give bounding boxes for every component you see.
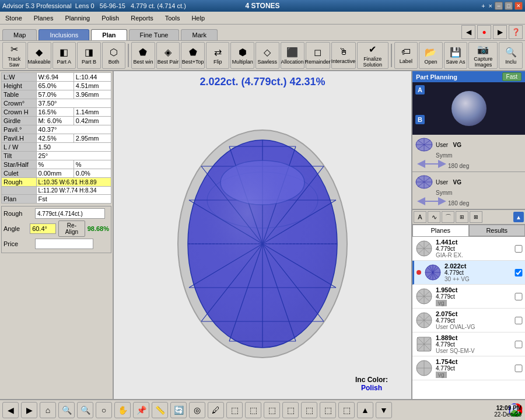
status-circle-btn[interactable]: ○: [96, 402, 112, 418]
plan-row-5[interactable]: 1.754ct 4.779ct vg: [412, 356, 525, 380]
price-row: Price: [4, 239, 109, 249]
saveas-icon: 💾: [450, 47, 461, 58]
rt-btn-1[interactable]: A: [414, 211, 426, 223]
status-back-btn[interactable]: ◀: [2, 402, 19, 418]
menu-stone[interactable]: Stone: [2, 13, 25, 23]
tool-besttop[interactable]: ⬟ Best+Top: [181, 42, 205, 69]
nav-extra-btn[interactable]: ❓: [509, 25, 523, 39]
status-box3-btn[interactable]: ⬚: [264, 402, 280, 418]
fast-button[interactable]: Fast: [502, 72, 522, 81]
status-home-btn[interactable]: ⌂: [40, 402, 56, 418]
status-hand-btn[interactable]: ✋: [114, 402, 131, 418]
sawless-icon: ◇: [264, 47, 271, 58]
clock: 12:09 PM 22-Dec-23: [494, 405, 522, 418]
nav-next-btn[interactable]: ▶: [493, 25, 507, 39]
tool-finalize[interactable]: ✔ Finalize Solution: [357, 42, 388, 69]
nav-record-btn[interactable]: ●: [477, 25, 491, 39]
tool-inclu[interactable]: 🔍 Inclu: [499, 42, 523, 69]
status-rotate-btn[interactable]: 🔄: [170, 402, 187, 418]
tab-results[interactable]: Results: [469, 225, 526, 236]
tab-map[interactable]: Map: [2, 29, 37, 40]
prop-crown: Crown° 37.50°: [2, 99, 111, 108]
close-btn[interactable]: ✕: [514, 2, 523, 10]
diamond-container[interactable]: [114, 88, 411, 399]
angle-input[interactable]: [30, 223, 56, 234]
tool-makeable[interactable]: ◆ Makeable: [27, 42, 51, 69]
status-pen-btn[interactable]: 🖊: [208, 402, 224, 418]
prop-lw: L:W W:6.94 L:10.44: [2, 73, 111, 82]
tab-mark[interactable]: Mark: [181, 29, 217, 40]
status-target-btn[interactable]: ◎: [189, 402, 205, 418]
title-plus[interactable]: +: [481, 2, 485, 9]
status-box2-btn[interactable]: ⬚: [245, 402, 261, 418]
status-search2-btn[interactable]: 🔍: [77, 402, 93, 418]
tool-allocation[interactable]: ⬛ Allocation: [281, 42, 304, 69]
plan-3-checkbox[interactable]: [514, 317, 523, 324]
tool-partb[interactable]: ◨ Part B: [77, 42, 101, 69]
tab-finetune[interactable]: Fine Tune: [129, 29, 180, 40]
plan-2-checkbox[interactable]: [514, 293, 523, 300]
tab-planes[interactable]: Planes: [412, 225, 469, 236]
status-dn-btn[interactable]: ▼: [376, 402, 392, 418]
window-controls[interactable]: – □ ✕: [495, 2, 523, 10]
status-fwd-btn[interactable]: ▶: [21, 402, 37, 418]
price-input[interactable]: [35, 239, 93, 249]
menu-tools[interactable]: Tools: [162, 13, 183, 23]
tool-bestpair[interactable]: ◈ Best Pair: [156, 42, 180, 69]
prop-rough2: L:11.20 W:7.74 H:8.34: [2, 187, 111, 195]
status-box4-btn[interactable]: ⬚: [282, 402, 299, 418]
tool-interactive[interactable]: 🖱 Interactive: [331, 42, 356, 69]
status-pin-btn[interactable]: 📌: [133, 402, 149, 418]
plan-row-0[interactable]: 1.441ct 4.779ct GIA-R EX.: [412, 237, 525, 261]
tool-label[interactable]: 🏷 Label: [394, 42, 418, 69]
tool-capture[interactable]: 📷 Capture Images: [468, 42, 498, 69]
menu-reports[interactable]: Reports: [128, 13, 156, 23]
plan-row-4[interactable]: 1.889ct 4.779ct User SQ-EM-V: [412, 332, 525, 356]
menu-planes[interactable]: Planes: [31, 13, 57, 23]
nav-prev-btn[interactable]: ◀: [461, 25, 475, 39]
status-box6-btn[interactable]: ⬚: [320, 402, 336, 418]
plan-1-checkbox[interactable]: [514, 269, 523, 276]
tool-remainder[interactable]: ◻ Remainder: [306, 42, 330, 69]
plan-row-3[interactable]: 2.075ct 4.779ct User OVAL-VG: [412, 309, 525, 332]
status-box1-btn[interactable]: ⬚: [226, 402, 243, 418]
rough-input[interactable]: [35, 208, 105, 219]
title-x[interactable]: ×: [489, 2, 492, 9]
plans-list[interactable]: 1.441ct 4.779ct GIA-R EX.: [412, 237, 525, 399]
rt-btn-4[interactable]: ⊞: [456, 211, 468, 223]
rt-btn-3[interactable]: ⌒: [442, 211, 454, 223]
menu-help[interactable]: Help: [188, 13, 208, 23]
rt-btn-5[interactable]: ⊠: [470, 211, 482, 223]
plan-4-checkbox[interactable]: [514, 341, 523, 348]
tool-saveas[interactable]: 💾 Save As: [444, 42, 468, 69]
rt-btn-2[interactable]: ∿: [428, 211, 440, 223]
status-measure-btn[interactable]: 📏: [152, 402, 168, 418]
tab-inclusions[interactable]: Inclusions: [38, 29, 89, 40]
tool-bestwin[interactable]: ⬟ Best win: [131, 42, 155, 69]
tool-flip[interactable]: ⇄ Flip: [206, 42, 230, 69]
minimize-btn[interactable]: –: [495, 2, 503, 10]
status-up-btn[interactable]: ▲: [357, 402, 373, 418]
tool-tracksaw[interactable]: ✂ Track Saw: [2, 42, 26, 69]
tool-sawless[interactable]: ◇ Sawless: [256, 42, 279, 69]
menu-polish[interactable]: Polish: [99, 13, 122, 23]
label-a: A: [415, 85, 425, 94]
status-search1-btn[interactable]: 🔍: [58, 402, 75, 418]
plan-0-checkbox[interactable]: [514, 245, 523, 253]
plan-stone-0-icon: [415, 239, 433, 258]
rough-row: Rough: [4, 208, 109, 219]
collapse-btn[interactable]: ▲: [513, 212, 524, 222]
status-box7-btn[interactable]: ⬚: [338, 402, 355, 418]
tool-both[interactable]: ⬡ Both: [102, 42, 126, 69]
plan-row-2[interactable]: 1.950ct 4.779ct vg: [412, 285, 525, 309]
realign-btn[interactable]: Re-Align: [58, 220, 85, 237]
tool-multiplan[interactable]: ⬢ Multiplan: [230, 42, 254, 69]
restore-btn[interactable]: □: [505, 2, 513, 10]
menu-planning[interactable]: Planning: [62, 13, 93, 23]
tab-plan[interactable]: Plan: [91, 29, 127, 40]
plan-5-checkbox[interactable]: [514, 365, 523, 372]
status-box5-btn[interactable]: ⬚: [301, 402, 317, 418]
tool-open[interactable]: 📂 Open: [419, 42, 443, 69]
tool-parta[interactable]: ◧ Part A: [52, 42, 76, 69]
plan-row-1[interactable]: 2.022ct 4.779ct 30 ++ VG: [412, 261, 525, 285]
